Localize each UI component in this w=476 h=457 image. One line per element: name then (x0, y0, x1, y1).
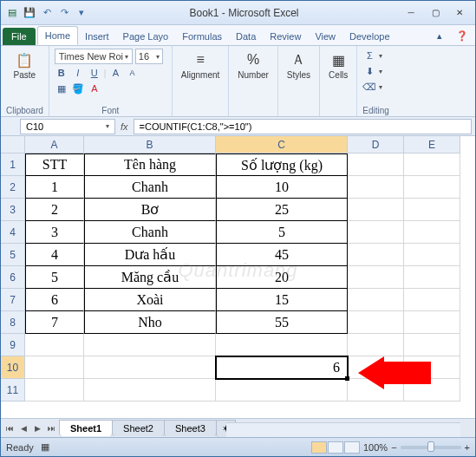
save-icon[interactable]: 💾 (22, 5, 37, 21)
formula-bar[interactable]: =COUNTIF(C1:C8,">=10") (134, 119, 472, 134)
col-A[interactable]: A (25, 136, 84, 153)
row-1[interactable]: 1 (1, 153, 25, 176)
cell-E2[interactable] (404, 176, 460, 199)
row-6[interactable]: 6 (1, 266, 25, 289)
cell-C9[interactable] (216, 334, 348, 356)
cells-button[interactable]: ▦Cells (325, 49, 351, 82)
help-icon[interactable]: ❓ (449, 27, 475, 45)
cell-B5[interactable]: Dưa hấu (84, 244, 216, 266)
row-11[interactable]: 11 (1, 379, 25, 402)
tab-developer[interactable]: Develope (342, 28, 396, 45)
page-break-view-button[interactable] (344, 441, 360, 454)
alignment-button[interactable]: ≡Alignment (178, 49, 223, 82)
row-7[interactable]: 7 (1, 289, 25, 311)
paste-button[interactable]: 📋 Paste (6, 49, 43, 82)
cell-B1[interactable]: Tên hàng (84, 153, 216, 176)
macro-record-icon[interactable]: ▦ (41, 441, 49, 453)
cell-A10[interactable] (25, 356, 84, 379)
tab-nav-next[interactable]: ▶ (30, 421, 44, 435)
cell-E8[interactable] (404, 311, 460, 334)
tab-nav-prev[interactable]: ◀ (16, 421, 30, 435)
tab-view[interactable]: View (308, 28, 342, 45)
cell-B8[interactable]: Nho (84, 311, 216, 334)
cell-D5[interactable] (348, 244, 404, 266)
cell-A3[interactable]: 2 (25, 199, 84, 221)
cell-A8[interactable]: 7 (25, 311, 84, 334)
cell-E9[interactable] (404, 334, 460, 356)
horizontal-scrollbar[interactable] (226, 422, 460, 437)
undo-icon[interactable]: ↶ (39, 5, 55, 21)
tab-nav-last[interactable]: ⏭ (44, 421, 58, 435)
cell-C7[interactable]: 15 (216, 289, 348, 311)
zoom-out-button[interactable]: − (391, 442, 396, 453)
qat-dropdown-icon[interactable]: ▾ (74, 5, 89, 21)
cell-D3[interactable] (348, 199, 404, 221)
zoom-level[interactable]: 100% (363, 442, 388, 453)
italic-button[interactable]: I (71, 66, 85, 80)
row-8[interactable]: 8 (1, 311, 25, 334)
cell-D1[interactable] (348, 153, 404, 176)
cell-A5[interactable]: 4 (25, 244, 84, 266)
col-D[interactable]: D (348, 136, 404, 153)
cell-A11[interactable] (25, 379, 84, 402)
page-layout-view-button[interactable] (328, 441, 343, 454)
tab-nav-first[interactable]: ⏮ (3, 421, 16, 435)
tab-review[interactable]: Review (263, 28, 308, 45)
sheet-tab-3[interactable]: Sheet3 (164, 420, 217, 436)
cell-C1[interactable]: Số lượng (kg) (216, 153, 348, 176)
cell-E3[interactable] (404, 199, 460, 221)
fill-button[interactable]: ⬇ (362, 64, 376, 78)
zoom-slider[interactable] (401, 446, 461, 449)
cell-C8[interactable]: 55 (216, 311, 348, 334)
sheet-tab-2[interactable]: Sheet2 (112, 420, 165, 436)
increase-font-button[interactable]: A (108, 66, 122, 80)
cell-E6[interactable] (404, 266, 460, 289)
row-2[interactable]: 2 (1, 176, 25, 199)
cell-C3[interactable]: 25 (216, 199, 348, 221)
row-4[interactable]: 4 (1, 221, 25, 244)
minimize-button[interactable]: ─ (399, 4, 423, 22)
cell-B11[interactable] (84, 379, 216, 402)
border-button[interactable]: ▦ (55, 82, 68, 95)
cell-E7[interactable] (404, 289, 460, 311)
autosum-button[interactable]: Σ (362, 49, 376, 62)
cell-D8[interactable] (348, 311, 404, 334)
cell-E4[interactable] (404, 221, 460, 244)
row-10[interactable]: 10 (1, 356, 25, 379)
tab-insert[interactable]: Insert (78, 28, 116, 45)
tab-home[interactable]: Home (37, 26, 78, 45)
normal-view-button[interactable] (311, 441, 327, 454)
maximize-button[interactable]: ▢ (423, 4, 447, 22)
cell-C11[interactable] (216, 379, 348, 402)
minimize-ribbon-icon[interactable]: ▴ (430, 27, 449, 45)
decrease-font-button[interactable]: A (125, 66, 139, 80)
cell-C6[interactable]: 20 (216, 266, 348, 289)
tab-page-layout[interactable]: Page Layo (116, 28, 176, 45)
cell-B9[interactable] (84, 334, 216, 356)
row-5[interactable]: 5 (1, 244, 25, 266)
cell-C5[interactable]: 45 (216, 244, 348, 266)
cell-B4[interactable]: Chanh (84, 221, 216, 244)
bold-button[interactable]: B (55, 66, 68, 80)
cell-D9[interactable] (348, 334, 404, 356)
excel-icon[interactable]: ▤ (4, 5, 20, 21)
cell-B6[interactable]: Măng cầu (84, 266, 216, 289)
col-E[interactable]: E (404, 136, 460, 153)
select-all-button[interactable] (1, 136, 25, 153)
cell-D4[interactable] (348, 221, 404, 244)
cell-A6[interactable]: 5 (25, 266, 84, 289)
styles-button[interactable]: ＡStyles (284, 49, 314, 82)
cell-D6[interactable] (348, 266, 404, 289)
row-3[interactable]: 3 (1, 199, 25, 221)
cell-C4[interactable]: 5 (216, 221, 348, 244)
name-box[interactable]: C10▾ (20, 119, 115, 134)
cell-C2[interactable]: 10 (216, 176, 348, 199)
cell-A2[interactable]: 1 (25, 176, 84, 199)
col-C[interactable]: C (216, 136, 348, 153)
fx-icon[interactable]: fx (115, 121, 134, 132)
font-name-select[interactable]: Times New Roi▾ (55, 49, 133, 64)
cell-A7[interactable]: 6 (25, 289, 84, 311)
tab-data[interactable]: Data (229, 28, 263, 45)
underline-button[interactable]: U (88, 66, 101, 80)
cell-A1[interactable]: STT (25, 153, 84, 176)
